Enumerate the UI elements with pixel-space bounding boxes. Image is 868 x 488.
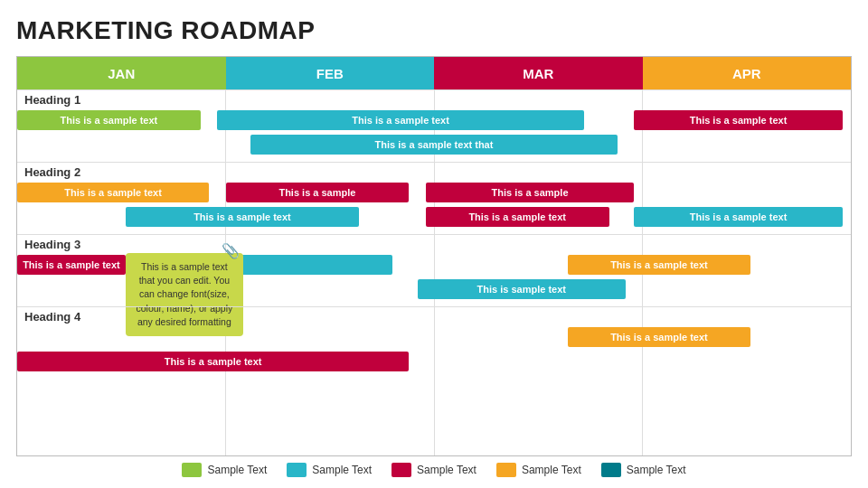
heading2-label: Heading 2 [17,163,851,182]
h2-r1-bar2: This is a sample [226,183,410,202]
section-heading3: Heading 3 This is a sample text This is … [17,234,851,306]
page-title: MARKETING ROADMAP [16,16,852,45]
heading4-row1: This is a sample text [17,327,851,351]
h3-r2-bar1: This is sample text [418,279,627,299]
section-heading1: Heading 1 This is a sample text This is … [17,89,851,162]
legend-box-red [392,463,411,477]
legend-label-green: Sample Text [207,464,267,476]
h2-r2-bar1: This is a sample text [126,207,359,227]
h2-r2-bar3: This is a sample text [634,207,843,227]
h1-r1-bar2: This is a sample text [217,110,584,130]
legend-item-orange: Sample Text [496,463,581,477]
heading1-label: Heading 1 [17,90,851,109]
h4-r1-bar1: This is a sample text [568,327,751,347]
callout-icon: 📎 [222,240,240,261]
section-heading4: Heading 4 This is a sample text This is … [17,306,851,379]
heading1-row2: This is a sample text that [17,135,851,158]
header-feb: FEB [226,57,435,89]
legend-label-dark-teal: Sample Text [627,464,686,476]
heading2-row1: This is a sample text This is a sample T… [17,183,851,206]
h2-r1-bar3: This is a sample [426,183,635,202]
heading2-row2: This is a sample text This is a sample t… [17,207,851,230]
header-row: JAN FEB MAR APR [17,57,851,89]
h1-r1-bar3: This is a sample text [634,110,843,130]
h3-r1-bar3: This is a sample text [568,255,751,275]
h2-r1-bar1: This is a sample text [17,183,209,202]
legend-label-red: Sample Text [417,464,476,476]
legend-item-red: Sample Text [392,463,476,477]
legend-item-dark-teal: Sample Text [601,463,686,477]
header-mar: MAR [434,57,643,89]
grid-body: Heading 1 This is a sample text This is … [17,89,851,455]
header-jan: JAN [17,57,226,89]
header-apr: APR [643,57,852,89]
heading1-row1: This is a sample text This is a sample t… [17,110,851,134]
heading3-label: Heading 3 [17,235,851,254]
section-heading2: Heading 2 This is a sample text This is … [17,162,851,234]
legend-item-teal: Sample Text [287,463,372,477]
h1-r1-bar1: This is a sample text [17,110,201,130]
heading4-label: Heading 4 [17,307,851,326]
h1-r2-bar1: This is a sample text that [250,135,618,155]
legend-item-green: Sample Text [182,463,267,477]
legend: Sample Text Sample Text Sample Text Samp… [16,456,852,479]
legend-label-orange: Sample Text [522,464,581,476]
legend-label-teal: Sample Text [312,464,372,476]
h2-r2-bar2: This is a sample text [426,207,609,227]
legend-box-dark-teal [601,463,621,477]
roadmap-container: JAN FEB MAR APR Heading 1 This is a samp… [16,56,852,456]
legend-box-orange [496,463,516,477]
h4-r2-bar1: This is a sample text [17,352,409,371]
legend-box-green [182,463,202,477]
h3-r1-bar1: This is a sample text [17,255,126,275]
legend-box-teal [287,463,307,477]
heading4-row2: This is a sample text [17,352,851,375]
slide: MARKETING ROADMAP JAN FEB MAR APR Headin… [0,0,868,488]
